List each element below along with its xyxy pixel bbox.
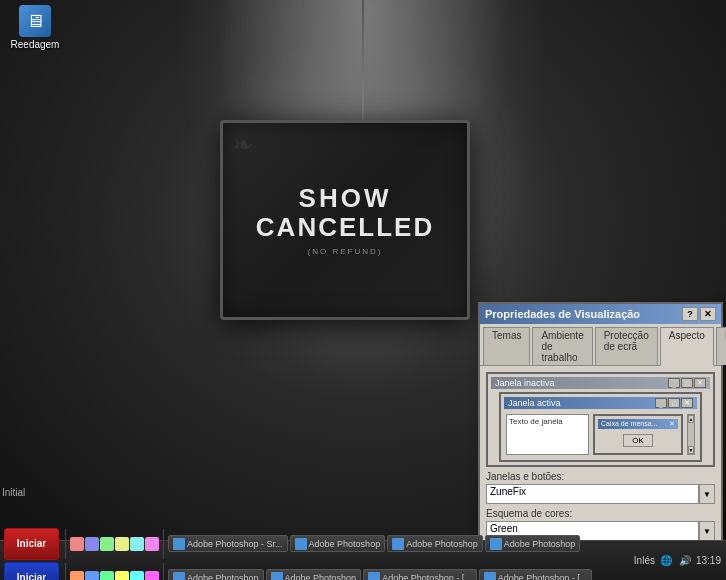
- sep-4: [163, 563, 164, 581]
- preview-message-box: Caixa de mensa... ✕ OK: [593, 414, 683, 455]
- tab-aspecto[interactable]: Aspecto: [660, 327, 714, 366]
- color-scheme-dropdown-arrow[interactable]: ▼: [699, 521, 715, 540]
- tab-proteccao[interactable]: Protecção de ecrã: [595, 327, 658, 365]
- ql-icon-12[interactable]: [145, 571, 159, 581]
- sign-title: SHOW: [299, 184, 392, 213]
- task-label-3: Adobe Photoshop: [406, 539, 478, 549]
- task-label-5: Adobe Photoshop: [187, 573, 259, 581]
- ql-icon-4[interactable]: [115, 537, 129, 551]
- sign-note: (NO REFUND): [308, 247, 383, 256]
- task-icon-6: [271, 572, 283, 581]
- preview-active-window: Janela activa _ □ ✕ Texto de janela: [499, 392, 702, 462]
- dialog-help-button[interactable]: ?: [682, 307, 698, 321]
- ql-icon-9[interactable]: [100, 571, 114, 581]
- ql-icon-1[interactable]: [70, 537, 84, 551]
- windows-buttons-dropdown-arrow[interactable]: ▼: [699, 484, 715, 504]
- task-4[interactable]: Adobe Photoshop: [485, 535, 581, 552]
- task-3[interactable]: Adobe Photoshop: [387, 535, 483, 552]
- desktop-icon[interactable]: 🖥 Reedagem: [5, 5, 65, 50]
- tab-definicoes[interactable]: Definições: [716, 327, 726, 365]
- start-label-2: Iniciar: [17, 572, 46, 580]
- ql-icon-7[interactable]: [70, 571, 84, 581]
- properties-dialog: Propriedades de Visualização ? ✕ Temas A…: [478, 302, 723, 540]
- sep-3: [65, 563, 66, 581]
- preview-inactive-label: Janela inactiva: [495, 378, 555, 388]
- task-label-1: Adobe Photoshop - Sr...: [187, 539, 283, 549]
- task-1[interactable]: Adobe Photoshop - Sr...: [168, 535, 288, 552]
- mini-minimize[interactable]: _: [668, 378, 680, 388]
- sep-1: [65, 529, 66, 559]
- windows-buttons-select-container: ZuneFix ▼: [486, 484, 715, 504]
- taskbar-row-1: Iniciar Adobe Photoshop - Sr... Adobe Ph…: [2, 528, 592, 560]
- ql-icon-2[interactable]: [85, 537, 99, 551]
- task-icon-8: [484, 572, 496, 581]
- scroll-track: [688, 423, 694, 446]
- windows-buttons-group: Janelas e botões: ZuneFix ▼: [486, 471, 715, 504]
- tray-lang-label: Inlés: [634, 555, 655, 566]
- preview-active-titlebar: Janela activa _ □ ✕: [504, 397, 697, 409]
- task-8[interactable]: Adobe Photoshop - [...: [479, 569, 593, 580]
- scroll-down-arrow[interactable]: ▼: [688, 446, 694, 454]
- hanging-wire: [362, 0, 364, 130]
- task-6[interactable]: Adobe Photoshop: [266, 569, 362, 580]
- task-label-6: Adobe Photoshop: [285, 573, 357, 581]
- sign-frame: SHOW CANCELLED (NO REFUND): [220, 120, 470, 320]
- taskbar-row-2: Iniciar Adobe Photoshop Adobe Photoshop: [2, 562, 592, 581]
- preview-inner-content: Texto de janela Caixa de mensa... ✕ OK: [504, 412, 697, 457]
- start-label-1: Iniciar: [17, 538, 46, 549]
- preview-msg-title-text: Caixa de mensa...: [601, 420, 657, 428]
- tray-clock[interactable]: 13:19: [696, 555, 721, 566]
- tab-temas[interactable]: Temas: [483, 327, 530, 365]
- task-icon-5: [173, 572, 185, 581]
- icon-label: Reedagem: [11, 39, 60, 50]
- sign-subtitle: CANCELLED: [256, 213, 434, 242]
- active-mini-maximize[interactable]: □: [668, 398, 680, 408]
- windows-buttons-select[interactable]: ZuneFix: [486, 484, 699, 504]
- ql-icon-5[interactable]: [130, 537, 144, 551]
- preview-text-label: Texto de janela: [509, 417, 563, 426]
- preview-ok-button[interactable]: OK: [623, 434, 653, 447]
- ql-icon-3[interactable]: [100, 537, 114, 551]
- tab-ambiente[interactable]: Ambiente de trabalho: [532, 327, 592, 365]
- task-icon-7: [368, 572, 380, 581]
- preview-msg-close[interactable]: ✕: [669, 420, 675, 428]
- mini-maximize[interactable]: □: [681, 378, 693, 388]
- ql-icon-6[interactable]: [145, 537, 159, 551]
- task-icon-2: [295, 538, 307, 550]
- active-mini-close[interactable]: ✕: [681, 398, 693, 408]
- dialog-content: Janela inactiva _ □ ✕ Janela activa _ □: [480, 366, 721, 540]
- task-5[interactable]: Adobe Photoshop: [168, 569, 264, 580]
- task-label-2: Adobe Photoshop: [309, 539, 381, 549]
- dialog-titlebar: Propriedades de Visualização ? ✕: [480, 304, 721, 324]
- dialog-tabs: Temas Ambiente de trabalho Protecção de …: [480, 324, 721, 366]
- tray-volume-icon[interactable]: 🔊: [677, 553, 693, 569]
- start-button-2[interactable]: Iniciar: [4, 562, 59, 581]
- task-icon-3: [392, 538, 404, 550]
- dialog-close-button[interactable]: ✕: [700, 307, 716, 321]
- ql-icon-11[interactable]: [130, 571, 144, 581]
- dialog-title: Propriedades de Visualização: [485, 308, 680, 320]
- preview-msg-titlebar: Caixa de mensa... ✕: [598, 419, 678, 429]
- task-2[interactable]: Adobe Photoshop: [290, 535, 386, 552]
- icon-image: 🖥: [19, 5, 51, 37]
- start-button-1[interactable]: Iniciar: [4, 528, 59, 560]
- mini-close[interactable]: ✕: [694, 378, 706, 388]
- task-label-7: Adobe Photoshop - [...: [382, 573, 472, 581]
- tray-network-icon[interactable]: 🌐: [658, 553, 674, 569]
- preview-active-label: Janela activa: [508, 398, 561, 408]
- sep-2: [163, 529, 164, 559]
- ql-icon-10[interactable]: [115, 571, 129, 581]
- system-tray: Inlés 🌐 🔊 13:19: [634, 553, 726, 569]
- preview-scrollbar[interactable]: ▲ ▼: [687, 414, 695, 455]
- color-scheme-label: Esquema de cores:: [486, 508, 715, 519]
- windows-buttons-label: Janelas e botões:: [486, 471, 715, 482]
- task-7[interactable]: Adobe Photoshop - [...: [363, 569, 477, 580]
- active-title-buttons: _ □ ✕: [655, 398, 693, 408]
- initial-label: Initial: [2, 487, 25, 498]
- preview-inactive-window: Janela inactiva _ □ ✕ Janela activa _ □: [486, 372, 715, 467]
- ql-icon-8[interactable]: [85, 571, 99, 581]
- desktop: 🖥 Reedagem SHOW CANCELLED (NO REFUND) Pr…: [0, 0, 726, 540]
- scroll-up-arrow[interactable]: ▲: [688, 415, 694, 423]
- quick-launch-1: [70, 537, 159, 551]
- active-mini-minimize[interactable]: _: [655, 398, 667, 408]
